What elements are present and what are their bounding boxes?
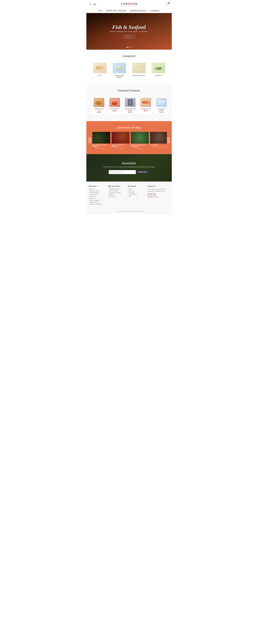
menu-icon[interactable] bbox=[94, 4, 96, 5]
hero-dots bbox=[126, 47, 132, 48]
footer-contact-phone1: 800-2345-7812 bbox=[148, 193, 170, 194]
blog-section: Latest from the Blog ‹ Many students are… bbox=[86, 121, 172, 154]
footer-contact-address: The Company Name Inc. 8870 St. Vincent P… bbox=[148, 188, 170, 192]
product-name-shrimp: Frozen shrimp ecuador bbox=[156, 108, 167, 111]
nav-item-frozen[interactable]: FROZEN FISH & SEAFOOD ▾ bbox=[106, 10, 127, 12]
footer-contact-email[interactable]: mail@demosite.org bbox=[148, 196, 170, 198]
blog-next-button[interactable]: › bbox=[167, 137, 170, 143]
product-card-mussels[interactable]: M Cooked Canada blue mussels $36.00 bbox=[123, 96, 137, 114]
footer-link-search-terms[interactable]: ›Search Terms bbox=[88, 196, 107, 197]
blog-card-1[interactable]: Many students are cash-strapped 👤Oct 18,… bbox=[92, 132, 110, 149]
svg-marker-18 bbox=[149, 101, 150, 104]
wishlist-icon[interactable]: ♡ bbox=[162, 3, 164, 6]
category-card-clearance[interactable]: Clearance bbox=[149, 61, 167, 79]
footer-link-orders[interactable]: ›Orders and Returns bbox=[88, 200, 107, 201]
product-price-crab: $56.00 bbox=[93, 112, 105, 113]
footer-link-viewcart[interactable]: ›View Cart bbox=[128, 190, 146, 192]
footer-why-col: Why buy from us ›Shipping & Returns ›Sec… bbox=[108, 185, 126, 206]
svg-rect-23 bbox=[158, 103, 165, 104]
dot-1[interactable] bbox=[126, 47, 128, 48]
newsletter-email-input[interactable] bbox=[109, 170, 136, 174]
blog-prev-button[interactable]: ‹ bbox=[88, 137, 91, 143]
svg-line-10 bbox=[94, 102, 96, 103]
dot-2[interactable] bbox=[129, 47, 130, 48]
cart-wrapper[interactable]: 🛒 0 bbox=[166, 3, 169, 6]
svg-text:Real: Real bbox=[160, 101, 162, 102]
newsletter-form: SUBSCRIBE bbox=[89, 170, 169, 174]
category-label-clearance: Clearance bbox=[151, 74, 166, 76]
category-card-frozen[interactable]: Frozen Fish & Seafood bbox=[110, 61, 128, 79]
dot-3[interactable] bbox=[131, 47, 132, 48]
product-price-salmon: $46.00 bbox=[140, 110, 152, 112]
blog-card-3[interactable]: Believe in the Business of Your Dreams 👤… bbox=[131, 132, 149, 149]
product-price-lobster: $32.00 bbox=[109, 110, 120, 112]
footer-link-customer[interactable]: ›Customer Service bbox=[88, 190, 107, 192]
products-next-button[interactable]: › bbox=[167, 102, 170, 108]
svg-line-11 bbox=[95, 103, 96, 104]
footer-link-contact-us[interactable]: ›Contact Us bbox=[88, 198, 107, 199]
product-card-crab[interactable]: Alaskan King Crab Leg $56.00 bbox=[92, 96, 106, 114]
product-name-mussels: Cooked Canada blue mussels bbox=[124, 108, 136, 111]
nav-item-fish[interactable]: FISH ▾ bbox=[99, 10, 103, 12]
footer-link-newsletter-sub[interactable]: ›Newsletter Subscription bbox=[88, 204, 107, 205]
blog-card-4-title: Your Mantras bbox=[150, 144, 167, 146]
header: 🔍 LONGGUD SEAFOOD DELICACIES ♡ 🛒 0 bbox=[86, 0, 172, 9]
nav-item-breaded[interactable]: BREADED SEAFOOD ▾ bbox=[130, 10, 147, 12]
search-icon[interactable]: 🔍 bbox=[89, 3, 92, 6]
nav-dropdown-arrow: ▾ bbox=[103, 10, 103, 12]
logo-text-right: GUD bbox=[131, 2, 137, 5]
svg-point-5 bbox=[120, 66, 121, 68]
main-nav: FISH ▾ FROZEN FISH & SEAFOOD ▾ BREADED S… bbox=[86, 9, 172, 13]
blog-card-3-title: Believe in the Business of Your Dreams bbox=[131, 144, 149, 147]
newsletter-subscribe-button[interactable]: SUBSCRIBE bbox=[136, 170, 149, 174]
logo-text-left: LON bbox=[121, 2, 128, 5]
svg-point-2 bbox=[97, 67, 98, 68]
products-slider: ‹ Alaskan King Crab Leg $56.00 Brazil lo… bbox=[86, 95, 172, 116]
footer-link-affiliates[interactable]: ›Affiliates bbox=[108, 194, 126, 195]
newsletter-title: Newsletter bbox=[89, 162, 169, 165]
footer-link-about[interactable]: ›About Us bbox=[88, 188, 107, 190]
logo-g: G bbox=[128, 2, 131, 6]
footer-why-title: Why buy from us bbox=[108, 185, 126, 187]
footer-contact-phone2: 800-2345-7893 bbox=[148, 194, 170, 196]
footer-link-help[interactable]: ›Help bbox=[128, 196, 146, 197]
footer-link-template[interactable]: ›Template Settings bbox=[88, 192, 107, 194]
footer-link-privacy[interactable]: ›Privacy Policy bbox=[88, 194, 107, 195]
footer-link-secure[interactable]: ›Secure Shopping bbox=[108, 190, 126, 192]
product-name-lobster: Brazil lobster tail bbox=[109, 108, 120, 110]
blog-card-2[interactable]: Impact - The Heart of Business 👤Oct 19, … bbox=[112, 132, 129, 149]
cart-badge: 0 bbox=[168, 2, 170, 4]
header-right-icons: ♡ 🛒 0 bbox=[162, 3, 169, 6]
footer-account-title: My account bbox=[128, 185, 146, 187]
footer-link-advanced[interactable]: ›Advanced Search bbox=[88, 202, 107, 203]
logo-subtitle: SEAFOOD DELICACIES bbox=[120, 6, 139, 7]
footer-link-wishlist[interactable]: ›My Wishlist bbox=[128, 192, 146, 194]
category-card-breaded[interactable]: Breaded Seafood bbox=[130, 61, 148, 79]
footer: Information ›About Us ›Customer Service … bbox=[86, 182, 172, 214]
product-name-salmon: Norwegian salmon bbox=[140, 108, 152, 110]
blog-card-4[interactable]: Your Mantras 👤Oct 24, 2016 by Bernard St… bbox=[150, 132, 167, 149]
svg-point-13 bbox=[113, 102, 117, 104]
footer-link-shipping[interactable]: ›Shipping & Returns bbox=[108, 188, 126, 190]
blog-card-4-meta: 👤Oct 24, 2016 by Bernard Stone bbox=[150, 146, 167, 147]
category-card-fish[interactable]: Fish bbox=[91, 61, 109, 79]
products-prev-button[interactable]: ‹ bbox=[88, 102, 91, 108]
categories-grid: Fish Frozen Fish & Seafood Breaded Seafo… bbox=[89, 61, 169, 79]
footer-link-track[interactable]: ›Track My Order bbox=[128, 194, 146, 195]
product-card-shrimp[interactable]: Real Frozen shrimp ecuador $16.00 bbox=[154, 96, 167, 114]
blog-card-2-meta: 👤Oct 19, 2016 by Grey bbox=[112, 148, 129, 149]
nav-item-clearance[interactable]: CLEARANCE bbox=[150, 10, 159, 12]
product-card-salmon[interactable]: Norwegian salmon $46.00 bbox=[139, 96, 153, 114]
product-card-lobster[interactable]: Brazil lobster tail $32.00 bbox=[107, 96, 122, 114]
footer-link-signin[interactable]: ›Sign in bbox=[128, 188, 146, 190]
footer-link-group-sales[interactable]: ›Group Sales bbox=[108, 196, 126, 197]
product-name-crab: Alaskan King Crab Leg bbox=[93, 108, 105, 111]
blog-title: Latest from the Blog bbox=[86, 126, 172, 129]
blog-card-1-title: Many students are cash-strapped bbox=[92, 144, 110, 147]
hero-content: Fish & Seafood BEST PRODUCTS FOR BEST CL… bbox=[110, 24, 148, 38]
svg-marker-1 bbox=[102, 66, 103, 69]
hero-shop-now-button[interactable]: Shop now bbox=[122, 35, 136, 38]
footer-link-international[interactable]: ›International Shipping bbox=[108, 192, 126, 194]
footer-bottom: © 2017 Magento Demo Store. All Rights Re… bbox=[88, 208, 170, 214]
nav-dropdown-arrow-2: ▾ bbox=[127, 10, 127, 12]
